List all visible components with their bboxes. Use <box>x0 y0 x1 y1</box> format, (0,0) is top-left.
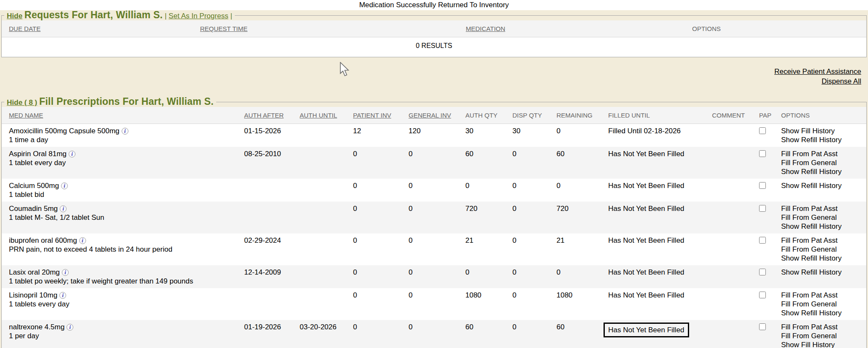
option-fill-from-pat-asst[interactable]: Fill From Pat Asst <box>781 204 865 213</box>
pap-checkbox[interactable] <box>759 237 766 244</box>
pap-checkbox[interactable] <box>759 182 766 189</box>
cell-general-inv: 0 <box>401 202 458 233</box>
info-icon[interactable]: i <box>60 205 67 212</box>
requests-col-request-time: REQUEST TIME <box>193 20 459 37</box>
option-show-refill-history[interactable]: Show Refill History <box>781 254 865 263</box>
cell-options: Fill From Pat AsstFill From GeneralShow … <box>774 233 866 265</box>
col-label-options: OPTIONS <box>692 25 721 32</box>
cell-auth-qty: 0 <box>458 179 505 202</box>
sort-link-request-time[interactable]: REQUEST TIME <box>200 25 248 32</box>
cell-pap <box>752 288 774 320</box>
cell-patient-inv: 0 <box>346 265 401 288</box>
cell-disp-qty: 0 <box>505 179 549 202</box>
option-fill-from-general[interactable]: Fill From General <box>781 213 865 222</box>
cell-disp-qty: 0 <box>505 202 549 233</box>
option-show-refill-history[interactable]: Show Refill History <box>781 309 865 317</box>
med-cell: Calcium 500mgi1 tablet bid <box>2 179 237 202</box>
cell-auth-qty: 30 <box>458 124 505 147</box>
requests-col-due-date: DUE DATE <box>2 20 193 37</box>
cell-remaining: 60 <box>549 320 601 348</box>
prescriptions-hide-link[interactable]: Hide ( 8 ) <box>7 98 37 107</box>
sort-link-due-date[interactable]: DUE DATE <box>9 25 41 32</box>
rx-col-comment: COMMENT <box>705 107 752 124</box>
med-name: Lasix oral 20mg <box>9 268 60 276</box>
prescriptions-section: Hide ( 8 ) Fill Prescriptions For Hart, … <box>1 97 867 348</box>
set-as-in-progress-link[interactable]: Set As In Progress <box>169 12 228 20</box>
pap-checkbox[interactable] <box>759 150 766 157</box>
col-label-disp-qty: DISP QTY <box>512 112 542 119</box>
pap-checkbox[interactable] <box>759 292 766 298</box>
info-icon[interactable]: i <box>69 151 75 157</box>
cell-auth-qty: 60 <box>458 320 505 348</box>
option-fill-from-pat-asst[interactable]: Fill From Pat Asst <box>781 149 865 158</box>
rx-col-remaining: REMAINING <box>549 107 601 124</box>
option-show-refill-history[interactable]: Show Refill History <box>781 135 865 144</box>
info-icon[interactable]: i <box>61 182 68 189</box>
filled-until: Has Not Yet Been Filled <box>608 268 684 276</box>
med-cell: Coumadin 5mgi1 tablet M- Sat, 1/2 tablet… <box>2 202 237 233</box>
prescription-row: Lasix oral 20mgi1 tablet po weekly; take… <box>2 265 866 288</box>
option-show-refill-history[interactable]: Show Refill History <box>781 167 865 176</box>
filled-until: Has Not Yet Been Filled <box>608 291 684 299</box>
col-label-auth-qty: AUTH QTY <box>465 112 498 119</box>
pap-checkbox[interactable] <box>759 127 766 134</box>
dispense-all-link[interactable]: Dispense All <box>821 76 861 86</box>
med-cell: ibuprofen oral 600mgiPRN pain, not to ex… <box>2 233 237 265</box>
pap-checkbox[interactable] <box>759 269 766 275</box>
actions-links: Receive Patient Assistance Dispense All <box>0 67 861 86</box>
sort-link-patient-inv[interactable]: PATIENT INV <box>353 112 391 119</box>
cell-auth-until <box>292 179 346 202</box>
option-show-refill-history[interactable]: Show Refill History <box>781 268 865 277</box>
info-icon[interactable]: i <box>79 237 86 244</box>
cell-patient-inv: 12 <box>346 124 401 147</box>
option-fill-from-pat-asst[interactable]: Fill From Pat Asst <box>781 291 865 300</box>
cell-patient-inv: 0 <box>346 320 401 348</box>
sort-link-general-inv[interactable]: GENERAL INV <box>409 112 451 119</box>
prescriptions-title: Fill Prescriptions For Hart, William S. <box>39 96 214 107</box>
option-show-refill-history[interactable]: Show Refill History <box>781 222 865 231</box>
requests-table: DUE DATE REQUEST TIME MEDICATION OPTIONS… <box>2 20 866 57</box>
cell-filled-until: Has Not Yet Been Filled <box>601 265 705 288</box>
cell-auth-after: 12-14-2009 <box>237 265 292 288</box>
option-fill-from-general[interactable]: Fill From General <box>781 245 865 254</box>
cell-options: Fill From Pat AsstFill From GeneralShow … <box>774 288 866 320</box>
option-show-fill-history[interactable]: Show Fill History <box>781 126 865 135</box>
med-cell: Aspirin Oral 81mgi1 tablet every day <box>2 147 237 179</box>
cell-auth-after <box>237 202 292 233</box>
option-show-refill-history[interactable]: Show Refill History <box>781 181 865 190</box>
rx-col-general-inv: GENERAL INV <box>401 107 458 124</box>
pap-checkbox[interactable] <box>759 323 766 330</box>
info-icon[interactable]: i <box>62 269 69 276</box>
cell-general-inv: 0 <box>401 179 458 202</box>
med-name: Calcium 500mg <box>9 182 59 190</box>
option-fill-from-pat-asst[interactable]: Fill From Pat Asst <box>781 236 865 245</box>
info-icon[interactable]: i <box>59 292 66 299</box>
option-fill-from-general[interactable]: Fill From General <box>781 158 865 167</box>
cell-filled-until: Has Not Yet Been Filled <box>601 320 705 348</box>
receive-patient-assistance-link[interactable]: Receive Patient Assistance <box>774 67 861 76</box>
med-sig: 1 tablet bid <box>9 190 235 199</box>
med-sig: 1 per day <box>9 331 235 340</box>
requests-hide-link[interactable]: Hide <box>7 12 22 20</box>
info-icon[interactable]: i <box>122 128 128 135</box>
sort-link-medication[interactable]: MEDICATION <box>466 25 505 32</box>
info-icon[interactable]: i <box>67 324 73 331</box>
cell-auth-qty: 60 <box>458 147 505 179</box>
option-show-fill-history[interactable]: Show Fill History <box>781 340 865 348</box>
option-fill-from-general[interactable]: Fill From General <box>781 331 865 340</box>
rx-col-med-name: MED NAME <box>2 107 237 124</box>
option-fill-from-general[interactable]: Fill From General <box>781 300 865 309</box>
cell-disp-qty: 0 <box>505 147 549 179</box>
pap-checkbox[interactable] <box>759 205 766 212</box>
rx-col-disp-qty: DISP QTY <box>505 107 549 124</box>
rx-col-filled-until: FILLED UNTIL <box>601 107 705 124</box>
cell-pap <box>752 320 774 348</box>
cell-patient-inv: 0 <box>346 202 401 233</box>
sort-link-med-name[interactable]: MED NAME <box>9 112 43 119</box>
sort-link-auth-until[interactable]: AUTH UNTIL <box>300 112 337 119</box>
sort-link-auth-after[interactable]: AUTH AFTER <box>244 112 284 119</box>
cell-patient-inv: 0 <box>346 288 401 320</box>
med-cell: Amoxicillin 500mg Capsule 500mgi1 time a… <box>2 124 237 147</box>
option-fill-from-pat-asst[interactable]: Fill From Pat Asst <box>781 323 865 331</box>
filled-until: Has Not Yet Been Filled <box>608 182 684 190</box>
